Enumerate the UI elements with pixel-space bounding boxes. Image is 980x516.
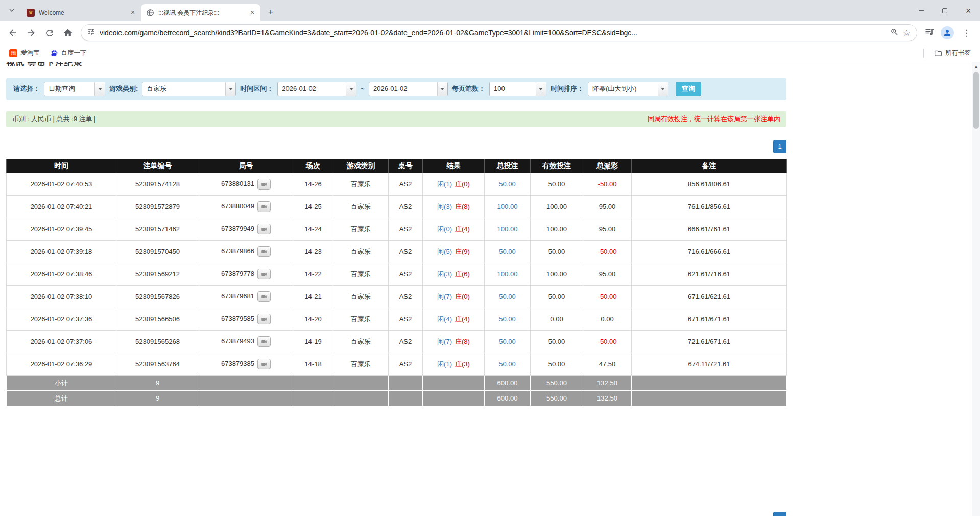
- maximize-button[interactable]: [933, 0, 957, 21]
- chevron-down-icon[interactable]: [437, 82, 447, 96]
- tab-close-icon[interactable]: ×: [248, 9, 256, 17]
- result-player: 闲(5): [437, 248, 452, 255]
- cell-time: 2026-01-02 07:39:18: [7, 241, 116, 263]
- chevron-down-icon[interactable]: [225, 82, 235, 96]
- cell-result: 闲(1)庄(3): [423, 353, 485, 376]
- tab-search-button[interactable]: [4, 4, 19, 19]
- media-controls-icon[interactable]: [924, 27, 935, 39]
- chevron-down-icon[interactable]: [658, 82, 668, 96]
- bookmark-star-icon[interactable]: ☆: [903, 28, 911, 38]
- video-replay-icon[interactable]: [257, 246, 271, 257]
- site-settings-icon[interactable]: [87, 28, 95, 38]
- cell-note: 721.61/671.61: [632, 331, 787, 353]
- round-number: 673879385: [221, 360, 254, 367]
- menu-kebab-icon[interactable]: ⋮: [960, 28, 973, 38]
- profile-avatar[interactable]: [941, 26, 954, 39]
- table-row: 2026-01-02 07:37:06 523091565268 6738794…: [7, 331, 787, 353]
- cell-note: 671.61/621.61: [632, 286, 787, 308]
- video-replay-icon[interactable]: [257, 291, 271, 302]
- cell-result: 闲(5)庄(9): [423, 241, 485, 263]
- forward-button[interactable]: [22, 24, 40, 41]
- chevron-down-icon[interactable]: [536, 82, 546, 96]
- chevron-down-icon[interactable]: [346, 82, 356, 96]
- total-valid-bet: 550.00: [531, 391, 583, 406]
- col-note: 备注: [632, 159, 787, 173]
- video-replay-icon[interactable]: [257, 201, 271, 212]
- total-bet-link[interactable]: 50.00: [499, 338, 516, 345]
- cell-table: AS2: [389, 196, 423, 218]
- cell-time: 2026-01-02 07:40:53: [7, 173, 116, 196]
- col-session: 场次: [293, 159, 333, 173]
- sort-label: 时间排序：: [551, 84, 584, 93]
- table-body: 2026-01-02 07:40:53 523091574128 6738801…: [7, 173, 787, 376]
- reload-button[interactable]: [41, 24, 58, 41]
- all-bookmarks-button[interactable]: 所有书签: [930, 46, 975, 59]
- total-bet-link[interactable]: 50.00: [499, 248, 516, 255]
- col-bet-id: 注单编号: [116, 159, 199, 173]
- url-text[interactable]: videoie.com/game/betrecord_search/kind3?…: [100, 29, 886, 37]
- date-start-input[interactable]: 2026-01-02: [277, 82, 356, 96]
- total-row: 总计 9 600.00 550.00 132.50: [7, 391, 787, 406]
- bookmark-baidu[interactable]: 百度一下: [46, 46, 91, 59]
- video-replay-icon[interactable]: [257, 224, 271, 234]
- round-number: 673880131: [221, 180, 254, 187]
- total-bet-link[interactable]: 100.00: [497, 203, 518, 210]
- crown-favicon-icon: ♛: [27, 9, 35, 17]
- cell-payout: 95.00: [583, 196, 632, 218]
- table-row: 2026-01-02 07:37:36 523091566506 6738795…: [7, 308, 787, 331]
- tab-welcome[interactable]: ♛ Welcome ×: [21, 4, 141, 21]
- result-banker: 庄(6): [455, 270, 470, 278]
- per-page-select[interactable]: 100: [489, 82, 546, 96]
- round-number: 673880049: [221, 202, 254, 210]
- scroll-up-icon[interactable]: ▲: [972, 62, 980, 71]
- table-row: 2026-01-02 07:38:46 523091569212 6738797…: [7, 263, 787, 286]
- query-type-select[interactable]: 日期查询: [44, 82, 105, 96]
- video-replay-icon[interactable]: [257, 359, 271, 369]
- scrollbar-thumb[interactable]: [973, 72, 979, 129]
- minimize-button[interactable]: [910, 0, 933, 21]
- cell-game-type: 百家乐: [333, 353, 389, 376]
- cell-game-type: 百家乐: [333, 173, 389, 196]
- cell-time: 2026-01-02 07:38:46: [7, 263, 116, 286]
- vertical-scrollbar[interactable]: ▲: [972, 62, 980, 516]
- home-button[interactable]: [59, 24, 77, 41]
- total-bet-link[interactable]: 100.00: [497, 270, 518, 278]
- total-bet-link[interactable]: 50.00: [499, 360, 516, 368]
- sort-select[interactable]: 降幂(由大到小): [588, 82, 668, 96]
- cell-note: 671.61/671.61: [632, 308, 787, 331]
- total-bet-link[interactable]: 100.00: [497, 225, 518, 233]
- video-replay-icon[interactable]: [257, 269, 271, 279]
- cell-payout: 95.00: [583, 263, 632, 286]
- page-number-button[interactable]: 1: [773, 140, 786, 153]
- cell-bet-id: 523091563764: [116, 353, 199, 376]
- cell-table: AS2: [389, 286, 423, 308]
- date-end-input[interactable]: 2026-01-02: [369, 82, 448, 96]
- cell-valid-bet: 50.00: [531, 331, 583, 353]
- page-number-button[interactable]: 1: [773, 512, 786, 516]
- folder-icon: [934, 49, 942, 57]
- total-bet-link[interactable]: 50.00: [499, 180, 516, 188]
- address-bar[interactable]: videoie.com/game/betrecord_search/kind3?…: [81, 24, 917, 41]
- tab-close-icon[interactable]: ×: [129, 9, 137, 17]
- video-replay-icon[interactable]: [257, 179, 271, 190]
- total-bet-link[interactable]: 50.00: [499, 315, 516, 323]
- cell-bet-id: 523091566506: [116, 308, 199, 331]
- game-category-select[interactable]: 百家乐: [142, 82, 236, 96]
- summary-bar: 币别 : 人民币 | 总共 :9 注单 | 同局有效投注，统一计算在该局第一张注…: [6, 111, 786, 127]
- col-valid-bet: 有效投注: [531, 159, 583, 173]
- video-replay-icon[interactable]: [257, 314, 271, 324]
- new-tab-button[interactable]: +: [264, 5, 278, 19]
- tab-betrecord[interactable]: :::视讯 会员下注纪录::: ×: [141, 4, 260, 21]
- search-button[interactable]: 查询: [676, 82, 701, 96]
- cell-table: AS2: [389, 331, 423, 353]
- chevron-down-icon[interactable]: [94, 82, 105, 96]
- cell-time: 2026-01-02 07:40:21: [7, 196, 116, 218]
- cell-game-type: 百家乐: [333, 263, 389, 286]
- close-window-button[interactable]: ×: [957, 0, 980, 21]
- zoom-icon[interactable]: [890, 28, 899, 38]
- video-replay-icon[interactable]: [257, 336, 271, 347]
- total-bet-link[interactable]: 50.00: [499, 293, 516, 300]
- bookmark-aitaobao[interactable]: 淘 爱淘宝: [5, 46, 44, 59]
- back-button[interactable]: [4, 24, 21, 41]
- cell-time: 2026-01-02 07:37:36: [7, 308, 116, 331]
